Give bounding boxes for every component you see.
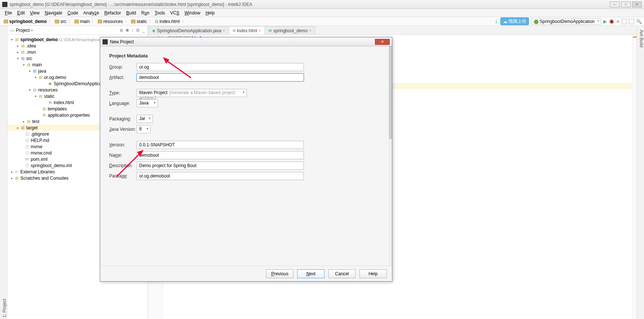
menu-navigate[interactable]: Navigate: [42, 10, 65, 16]
cloud-icon: ☁: [503, 19, 507, 24]
right-tool-window-bar: Ant Build Database Maven Projects Bean V…: [637, 26, 644, 319]
previous-button[interactable]: Previous: [266, 269, 294, 278]
toolwindow-project[interactable]: 1: Project: [2, 28, 7, 319]
stop-button[interactable]: ■: [617, 19, 619, 24]
project-view-title[interactable]: ▭ Project ▾: [10, 28, 33, 33]
cloud-label: 拖拽上传: [509, 18, 526, 24]
package-field[interactable]: [137, 172, 304, 180]
left-tool-window-bar: 1: Project 2: Structure Web avorites: [0, 26, 7, 319]
menu-edit[interactable]: Edit: [14, 10, 27, 16]
next-button[interactable]: Next: [297, 269, 325, 278]
close-tab-icon[interactable]: ×: [259, 29, 261, 33]
intellij-icon: [2, 2, 7, 7]
label-package: Package:: [109, 173, 137, 179]
toolbar-icon-1[interactable]: [621, 19, 627, 24]
navigation-bar: springboot_demo〉 src〉 main〉 resources〉 s…: [0, 17, 644, 26]
search-icon[interactable]: 🔍: [636, 19, 642, 24]
cloud-upload-button[interactable]: ☁ 拖拽上传: [500, 17, 529, 25]
dialog-title: New Project: [110, 39, 134, 44]
breadcrumb[interactable]: springboot_demo〉 src〉 main〉 resources〉 s…: [2, 18, 188, 24]
menu-tools[interactable]: Tools: [152, 10, 168, 16]
menu-view[interactable]: View: [27, 10, 42, 16]
hide-icon[interactable]: ⎯: [142, 28, 145, 33]
maximize-button[interactable]: □: [621, 1, 631, 7]
gear-icon[interactable]: ⚙: [136, 28, 140, 33]
make-icon[interactable]: ⤓: [494, 19, 498, 24]
collapse-icon[interactable]: ⊕: [120, 28, 123, 33]
minimize-button[interactable]: —: [610, 1, 620, 7]
menu-build[interactable]: Build: [124, 10, 139, 16]
debug-button[interactable]: 🐞: [609, 19, 614, 24]
dialog-titlebar[interactable]: New Project ✕: [100, 37, 392, 46]
menu-refactor[interactable]: Refactor: [102, 10, 124, 16]
close-tab-icon[interactable]: ×: [223, 29, 225, 33]
close-tab-icon[interactable]: ×: [309, 29, 311, 33]
run-button[interactable]: ▶: [603, 19, 607, 24]
label-version: Version:: [109, 142, 137, 147]
artifact-field[interactable]: [137, 73, 304, 82]
label-packaging: Packaging:: [109, 116, 137, 122]
label-type: Type:: [109, 90, 137, 96]
dialog-close-button[interactable]: ✕: [375, 39, 390, 45]
menu-window[interactable]: Window: [182, 10, 203, 16]
menu-analyze[interactable]: Analyze: [81, 10, 102, 16]
close-button[interactable]: ✕: [632, 1, 642, 7]
label-group: Group:: [109, 64, 137, 70]
menu-help[interactable]: Help: [203, 10, 217, 16]
label-artifact: Artifact:: [109, 75, 137, 80]
java-version-select[interactable]: 8: [137, 125, 151, 133]
tab-index-html[interactable]: ⧉index.html×: [229, 26, 265, 34]
menu-file[interactable]: File: [2, 10, 14, 16]
editor-tabs: ◉SpringbootDemoApplication.java× ⧉index.…: [148, 26, 637, 35]
menu-vcs[interactable]: VCS: [168, 10, 182, 16]
new-project-dialog: New Project ✕ Project Metadata Group: Ar…: [100, 37, 392, 282]
type-select[interactable]: Maven Project(Generate a Maven based pro…: [137, 89, 247, 97]
show-options-icon[interactable]: ↕: [131, 28, 134, 33]
dialog-heading: Project Metadata: [109, 53, 383, 59]
editor-error-stripe[interactable]: [632, 35, 637, 319]
menu-run[interactable]: Run: [139, 10, 152, 16]
tab-springboot-demo[interactable]: mspringboot_demo×: [265, 26, 315, 34]
label-name: Name:: [109, 153, 137, 158]
description-field[interactable]: [137, 162, 304, 170]
version-field[interactable]: [137, 141, 304, 149]
language-select[interactable]: Java: [137, 99, 158, 107]
group-field[interactable]: [137, 63, 304, 71]
main-menu: File Edit View Navigate Code Analyze Ref…: [0, 9, 644, 17]
target-icon[interactable]: ✱: [125, 28, 129, 33]
cancel-button[interactable]: Cancel: [328, 269, 356, 278]
window-titlebar: springboot_demo [G:\IDEAFile\springboot_…: [0, 0, 644, 9]
label-javaver: Java Version:: [109, 127, 137, 132]
help-button[interactable]: Help: [359, 269, 387, 278]
name-field[interactable]: [137, 151, 304, 159]
dialog-scrollbar[interactable]: [389, 46, 392, 266]
toolwindow-ant[interactable]: Ant Build: [639, 28, 644, 319]
run-config-selector[interactable]: ⬤ SpringbootDemoApplication: [531, 18, 601, 25]
tab-springboot-app[interactable]: ◉SpringbootDemoApplication.java×: [148, 26, 229, 34]
intellij-icon: [103, 39, 108, 44]
packaging-select[interactable]: Jar: [137, 115, 153, 123]
toolbar-icon-2[interactable]: [629, 19, 634, 24]
menu-code[interactable]: Code: [65, 10, 81, 16]
window-title: springboot_demo [G:\IDEAFile\springboot_…: [10, 2, 610, 7]
label-description: Description:: [109, 163, 137, 168]
label-language: Language:: [109, 101, 137, 106]
